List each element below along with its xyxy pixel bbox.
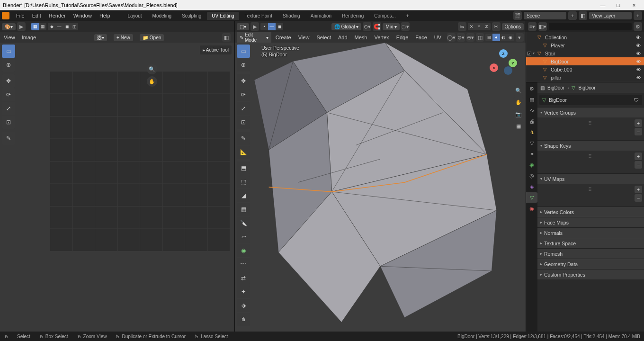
- panel-shape-keys[interactable]: ▾Shape Keys: [537, 140, 644, 151]
- tree-row-round-pillar[interactable]: ▽Round_Pillar👁: [526, 81, 644, 82]
- uv-tool-scale[interactable]: ⤢: [2, 102, 15, 115]
- uvmap-remove-button[interactable]: −: [635, 194, 642, 202]
- pan-icon[interactable]: ✋: [513, 97, 524, 108]
- panel-geometry-data[interactable]: ▸Geometry Data: [537, 259, 644, 269]
- props-tab-0[interactable]: ⚙: [526, 83, 537, 94]
- props-tab-4[interactable]: ↯: [526, 127, 537, 137]
- editor-type-dropdown[interactable]: 🎨▾: [2, 23, 16, 30]
- tree-row-collection[interactable]: ▽Collection👁: [526, 33, 644, 41]
- panel-remesh[interactable]: ▸Remesh: [537, 248, 644, 259]
- viewport-options[interactable]: Options: [502, 23, 524, 30]
- proportional-edit-icon[interactable]: ◌▾: [401, 22, 410, 31]
- panel-vertex-groups[interactable]: ▾Vertex Groups: [537, 107, 644, 117]
- nav-gizmo[interactable]: Z Y X: [490, 49, 517, 77]
- viewport-editor-type[interactable]: ⬚▾: [237, 23, 249, 30]
- props-tab-1[interactable]: ▤: [526, 94, 537, 105]
- uv-active-tool-panel[interactable]: ▸ Active Tool: [200, 45, 232, 54]
- viewport-3d[interactable]: ▭ ⊕ ✥ ⟳ ⤢ ⊡ ✎ 📐 ⬒ ⬚ ◢ ▦ 🔪 ▱ ◉ 〰 ⇄ ✦: [235, 43, 526, 332]
- tab-rendering[interactable]: Rendering: [337, 12, 368, 20]
- uv-image-menu[interactable]: Image: [22, 35, 36, 40]
- tab-shading[interactable]: Shading: [278, 12, 305, 20]
- props-tab-5[interactable]: ▽: [526, 138, 537, 148]
- scene-browse-icon[interactable]: 🎬: [513, 11, 522, 20]
- shade-rendered-icon[interactable]: ◉: [507, 34, 514, 41]
- uv-cursor-icon[interactable]: ▶: [17, 22, 26, 31]
- pivot-icon[interactable]: ⊙▾: [363, 22, 371, 31]
- uv-view-menu[interactable]: View: [4, 35, 15, 40]
- tab-modeling[interactable]: Modeling: [148, 12, 177, 20]
- xray-toggle-icon[interactable]: ◫: [476, 33, 484, 42]
- tree-row-bigdoor[interactable]: ▽BigDoor👁: [526, 57, 644, 65]
- v3d-menu-add[interactable]: Add: [335, 35, 350, 40]
- v3d-menu-view[interactable]: View: [295, 35, 313, 40]
- shading-modes[interactable]: ⊞ ● ◐ ◉: [485, 34, 514, 41]
- tool-bevel[interactable]: ◢: [237, 189, 250, 202]
- tab-sculpting[interactable]: Sculpting: [177, 12, 206, 20]
- panel-uv-maps[interactable]: ▾UV Maps: [537, 173, 644, 184]
- tool-rip[interactable]: ⋔: [237, 313, 250, 326]
- panel-face-maps[interactable]: ▸Face Maps: [537, 217, 644, 227]
- uv-tool-cursor[interactable]: ⊕: [2, 58, 15, 72]
- automerge-icon[interactable]: ✂: [492, 22, 501, 31]
- mirror-z[interactable]: Z: [483, 23, 491, 30]
- uvmap-add-button[interactable]: +: [635, 186, 642, 193]
- v3d-menu-select[interactable]: Select: [313, 35, 334, 40]
- mesh-shield-icon[interactable]: 🛡: [634, 97, 639, 103]
- uv-sync-toggle[interactable]: ▦▦: [31, 23, 46, 30]
- mesh-name-input[interactable]: ▽BigDoor 🛡: [539, 95, 642, 105]
- tab-layout[interactable]: Layout: [123, 12, 147, 20]
- tool-extrude[interactable]: ⬒: [237, 162, 250, 175]
- zoom-icon[interactable]: 🔍: [513, 85, 524, 96]
- menu-file[interactable]: File: [12, 13, 28, 18]
- tree-row-cube-000[interactable]: ▽Cube.000👁: [526, 65, 644, 73]
- uv-open-button[interactable]: 📁 Open: [140, 34, 164, 41]
- tab-texture-paint[interactable]: Texture Paint: [240, 12, 277, 20]
- overlays-toggle-icon[interactable]: ⊚▾: [457, 33, 465, 42]
- scene-name-input[interactable]: [524, 12, 566, 19]
- tool-scale[interactable]: ⤢: [237, 102, 250, 115]
- props-tab-8[interactable]: ◎: [526, 170, 537, 181]
- props-tab-9[interactable]: ◈: [526, 181, 537, 192]
- blender-logo-icon[interactable]: [2, 12, 9, 19]
- tool-rotate[interactable]: ⟳: [237, 88, 250, 101]
- panel-vertex-colors[interactable]: ▸Vertex Colors: [537, 206, 644, 217]
- tree-row-stair[interactable]: ☑▾▽Stair👁: [526, 49, 644, 57]
- outliner-search-input[interactable]: [549, 23, 632, 30]
- mesh-select-mode[interactable]: •—◼: [260, 23, 283, 30]
- orientation-dropdown[interactable]: 🌐 Global ▾: [331, 23, 362, 30]
- mesh-display-icon[interactable]: ◯▾: [447, 33, 456, 42]
- mirror-y[interactable]: Y: [475, 23, 483, 30]
- tool-inset[interactable]: ⬚: [237, 175, 250, 188]
- mirror-axes[interactable]: X Y Z: [468, 23, 491, 30]
- sk-add-button[interactable]: +: [635, 153, 642, 160]
- tree-row-pillar[interactable]: ▽pillar👁: [526, 73, 644, 81]
- outliner-display-icon[interactable]: ◧▾: [538, 22, 547, 31]
- viewlayer-browse-icon[interactable]: ◧: [579, 11, 587, 20]
- crumb-mesh[interactable]: BigDoor: [578, 85, 595, 90]
- tab-animation[interactable]: Animation: [306, 12, 336, 20]
- props-tab-10[interactable]: ▽: [526, 192, 537, 203]
- v3d-menu-create[interactable]: Create: [273, 35, 294, 40]
- v3d-menu-edge[interactable]: Edge: [394, 35, 411, 40]
- vg-add-button[interactable]: +: [635, 119, 642, 127]
- uv-new-button[interactable]: + New: [114, 34, 133, 41]
- tool-polybuild[interactable]: ▱: [237, 230, 250, 243]
- uv-pan-icon[interactable]: ✋: [147, 76, 157, 87]
- persp-ortho-icon[interactable]: ▦: [513, 121, 524, 131]
- shade-matprev-icon[interactable]: ◐: [500, 34, 507, 41]
- tab-add-workspace[interactable]: +: [402, 12, 414, 20]
- menu-edit[interactable]: Edit: [28, 13, 45, 18]
- v3d-menu-mesh[interactable]: Mesh: [352, 35, 370, 40]
- uv-tool-select[interactable]: ▭: [2, 45, 15, 58]
- mirror-x[interactable]: X: [468, 23, 475, 30]
- props-tab-11[interactable]: ◉: [526, 203, 537, 214]
- snap-mode-dropdown[interactable]: Mix ▾: [383, 23, 400, 30]
- outliner-type-icon[interactable]: ≡▾: [528, 22, 537, 31]
- tool-knife[interactable]: 🔪: [237, 216, 250, 230]
- minimize-button[interactable]: —: [596, 2, 610, 8]
- outliner-filter-icon[interactable]: ⚙: [634, 22, 642, 31]
- crumb-object[interactable]: BigDoor: [547, 85, 564, 90]
- menu-help[interactable]: Help: [96, 13, 114, 18]
- panel-normals[interactable]: ▸Normals: [537, 227, 644, 238]
- viewport-play-icon[interactable]: ▶: [250, 22, 259, 31]
